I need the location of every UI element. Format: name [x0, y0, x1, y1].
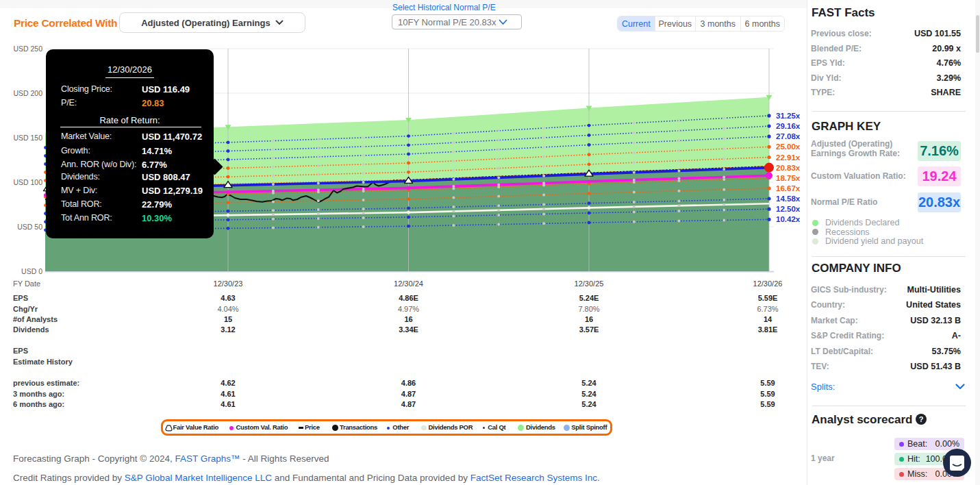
svg-text:USD 0: USD 0	[21, 267, 42, 275]
svg-text:USD 100: USD 100	[13, 178, 42, 186]
svg-text:12.50x: 12.50x	[776, 205, 801, 213]
svg-text:USD 50: USD 50	[17, 223, 42, 231]
svg-text:10.42x: 10.42x	[776, 215, 801, 223]
svg-text:25.00x: 25.00x	[776, 142, 801, 151]
svg-text:27.08x: 27.08x	[776, 132, 801, 140]
svg-text:18.75x: 18.75x	[776, 174, 801, 182]
svg-text:22.91x: 22.91x	[776, 153, 801, 162]
svg-text:14.58x: 14.58x	[776, 195, 801, 203]
svg-text:29.16x: 29.16x	[776, 122, 801, 130]
svg-text:31.25x: 31.25x	[776, 112, 801, 120]
svg-text:16.67x: 16.67x	[776, 184, 801, 192]
svg-text:USD 250: USD 250	[13, 45, 42, 53]
svg-text:USD 150: USD 150	[13, 134, 42, 142]
svg-text:USD 200: USD 200	[13, 89, 42, 97]
svg-text:20.83x: 20.83x	[776, 164, 801, 172]
